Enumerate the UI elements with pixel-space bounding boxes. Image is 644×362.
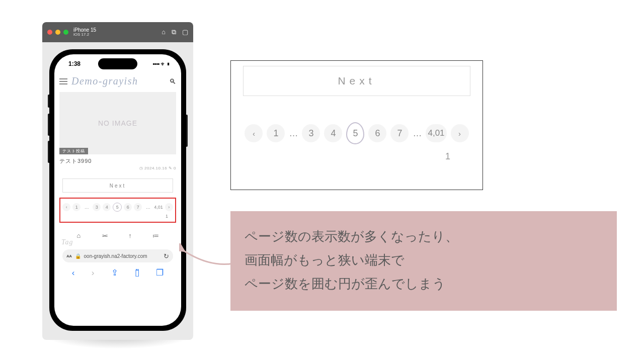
toc-icon[interactable]: ≔: [152, 232, 159, 239]
zoom-page-5-current[interactable]: 5: [346, 122, 364, 144]
callout-line-2: 画面幅がもっと狭い端末で: [245, 249, 603, 273]
page-last[interactable]: 4,01: [154, 203, 163, 211]
safari-toolbar: ‹ › ⇪ ▯̈ ❐: [59, 262, 176, 281]
page-next[interactable]: ›: [165, 203, 173, 211]
web-page: Demo-grayish 🔍︎ NO IMAGE テスト投稿 テスト3990 ◷…: [54, 73, 181, 281]
url-text: oon-grayish.na2-factory.com: [84, 253, 160, 259]
site-header: Demo-grayish 🔍︎: [59, 73, 176, 90]
tabs-icon[interactable]: ❐: [156, 267, 164, 278]
top-icon[interactable]: ↑: [128, 232, 132, 239]
post-title[interactable]: テスト3990: [59, 157, 176, 165]
simulator-title: iPhone 15 iOS 17.2: [73, 27, 96, 37]
tag-heading: Tag: [59, 238, 176, 246]
lock-icon: 🔒: [75, 253, 81, 259]
zoom-page-prev[interactable]: ‹: [245, 124, 263, 142]
minimize-dot[interactable]: [55, 30, 60, 35]
zoom-page-7[interactable]: 7: [390, 124, 409, 142]
search-icon[interactable]: 🔍︎: [169, 77, 176, 85]
simulator-window: iPhone 15 iOS 17.2 ⌂ ⧉ ▢ 1:38 •••• ᯤ ▮ D…: [42, 22, 193, 340]
reload-icon[interactable]: ↻: [164, 252, 169, 260]
zoom-ellipsis: …: [289, 128, 298, 139]
zoom-page-last[interactable]: 4,01: [426, 124, 446, 142]
close-dot[interactable]: [47, 30, 52, 35]
share-footer-icon[interactable]: ⫘: [101, 232, 108, 239]
zoom-page-overflow: 1: [240, 151, 473, 162]
pagination-highlight: ‹ 1 … 3 4 5 6 7 … 4,01 › 1: [59, 198, 176, 223]
browser-address-bar[interactable]: AA 🔒 oon-grayish.na2-factory.com ↻: [62, 249, 173, 262]
bookmarks-icon[interactable]: ▯̈: [135, 267, 139, 278]
clock: 1:38: [68, 60, 80, 67]
no-image-label: NO IMAGE: [98, 119, 137, 127]
home-icon[interactable]: ⌂: [162, 28, 166, 36]
menu-icon[interactable]: [59, 78, 67, 84]
status-icons: •••• ᯤ ▮: [152, 61, 170, 67]
page-ellipsis: …: [83, 203, 91, 211]
next-button[interactable]: Next: [62, 178, 173, 193]
share-icon[interactable]: ⇪: [111, 267, 118, 278]
phone-frame: 1:38 •••• ᯤ ▮ Demo-grayish 🔍︎ NO IMAGE テ…: [49, 49, 186, 331]
back-icon[interactable]: ‹: [72, 268, 75, 278]
page-ellipsis-2: …: [144, 203, 152, 211]
callout-line-3: ページ数を囲む円が歪んでしまう: [245, 273, 603, 296]
pagination: ‹ 1 … 3 4 5 6 7 … 4,01 ›: [61, 203, 174, 212]
os-version: iOS 17.2: [73, 33, 96, 37]
page-3[interactable]: 3: [93, 203, 101, 211]
traffic-lights[interactable]: [47, 30, 68, 35]
zoom-panel: Next ‹ 1 … 3 4 5 6 7 … 4,01 › 1: [230, 60, 483, 190]
forward-icon: ›: [92, 268, 95, 278]
zoom-dot[interactable]: [63, 30, 68, 35]
zoom-page-6[interactable]: 6: [368, 124, 386, 142]
annotation-callout: ページ数の表示数が多くなったり、 画面幅がもっと狭い端末で ページ数を囲む円が歪…: [230, 211, 617, 311]
page-7[interactable]: 7: [134, 203, 142, 211]
page-last-overflow: 1: [61, 214, 174, 219]
post-category-tag[interactable]: テスト投稿: [59, 148, 88, 154]
aa-icon[interactable]: AA: [66, 254, 72, 258]
screenshot-icon[interactable]: ⧉: [172, 28, 176, 36]
zoom-next-button[interactable]: Next: [243, 66, 470, 96]
simulator-toolbar-icons: ⌂ ⧉ ▢: [162, 28, 188, 36]
callout-line-1: ページ数の表示数が多くなったり、: [245, 225, 603, 249]
page-1[interactable]: 1: [72, 203, 80, 211]
zoom-page-4[interactable]: 4: [324, 124, 342, 142]
simulator-body: 1:38 •••• ᯤ ▮ Demo-grayish 🔍︎ NO IMAGE テ…: [42, 42, 193, 340]
page-6[interactable]: 6: [124, 203, 132, 211]
zoom-page-1[interactable]: 1: [267, 124, 285, 142]
annotation-arrow: [179, 243, 235, 272]
post-meta: ◷ 2024.10.16 ✎ 0: [59, 166, 176, 170]
site-logo[interactable]: Demo-grayish: [71, 75, 165, 87]
zoom-pagination: ‹ 1 … 3 4 5 6 7 … 4,01 ›: [240, 122, 473, 144]
page-4[interactable]: 4: [103, 203, 111, 211]
zoom-page-3[interactable]: 3: [302, 124, 320, 142]
post-thumbnail[interactable]: NO IMAGE テスト投稿: [59, 92, 176, 154]
phone-screen: 1:38 •••• ᯤ ▮ Demo-grayish 🔍︎ NO IMAGE テ…: [54, 54, 181, 326]
zoom-ellipsis-2: …: [413, 128, 422, 139]
zoom-page-next[interactable]: ›: [451, 124, 469, 142]
rotate-icon[interactable]: ▢: [182, 28, 188, 36]
page-prev[interactable]: ‹: [62, 203, 70, 211]
simulator-titlebar: iPhone 15 iOS 17.2 ⌂ ⧉ ▢: [42, 22, 193, 42]
page-5-current[interactable]: 5: [113, 203, 122, 212]
home-icon[interactable]: ⌂: [76, 232, 80, 239]
dynamic-island: [98, 58, 137, 69]
